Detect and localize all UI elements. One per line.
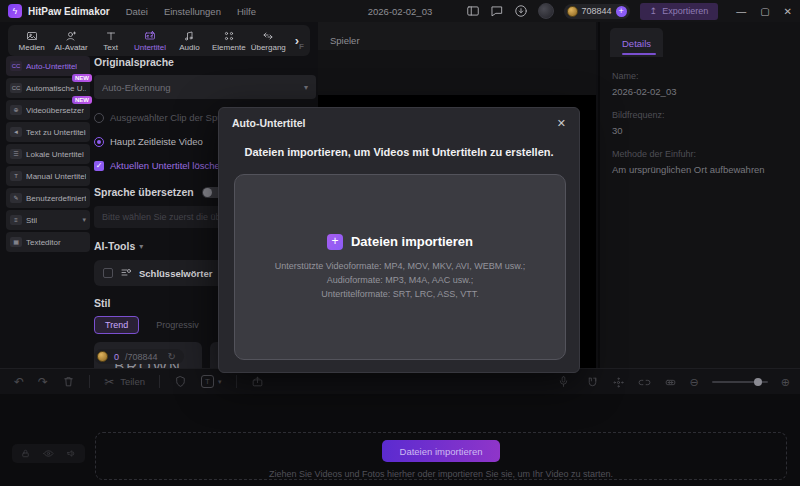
timeline-dropzone[interactable]: Dateien importieren Ziehen Sie Videos un… bbox=[95, 432, 787, 480]
tabstrip-overflow-chevron-icon[interactable]: › F bbox=[288, 33, 306, 48]
export-frame-icon[interactable] bbox=[251, 375, 264, 388]
chevron-down-icon[interactable]: ▾ bbox=[218, 378, 222, 386]
player-header: Spieler bbox=[318, 22, 596, 50]
trash-icon[interactable] bbox=[62, 375, 75, 388]
shield-icon[interactable] bbox=[174, 375, 187, 388]
chevron-down-icon[interactable]: ▾ bbox=[139, 242, 143, 251]
new-badge: NEW bbox=[72, 74, 92, 82]
coin-icon bbox=[97, 351, 108, 362]
menu-hilfe[interactable]: Hilfe bbox=[237, 6, 256, 17]
redo-icon[interactable]: ↷ bbox=[38, 375, 48, 389]
translate-placeholder: Bitte wählen Sie zuerst die übers bbox=[102, 212, 233, 222]
feedback-bubble-icon[interactable] bbox=[490, 4, 504, 18]
ai-tools-label: AI-Tools bbox=[94, 240, 135, 252]
detail-field-name: Name: 2026-02-02_03 bbox=[612, 71, 788, 97]
tab-audio[interactable]: Audio bbox=[170, 30, 209, 52]
timeline-zoom-slider[interactable] bbox=[712, 381, 768, 383]
manual-subtitle-icon: T bbox=[10, 171, 22, 181]
drop-hint-text: Ziehen Sie Videos und Fotos hierher oder… bbox=[269, 469, 613, 479]
split-scissors-icon[interactable]: ✂ bbox=[104, 375, 114, 389]
tab-partial-label: F bbox=[299, 42, 304, 51]
modal-close-icon[interactable]: ✕ bbox=[557, 117, 566, 130]
sidebar-item-videouebersetzer[interactable]: ⊕ Videoübersetzer NEW bbox=[6, 100, 90, 120]
lock-icon[interactable] bbox=[20, 448, 31, 459]
add-credits-icon[interactable]: + bbox=[616, 6, 627, 17]
magnet-snap-icon[interactable] bbox=[586, 376, 599, 389]
speaker-icon[interactable] bbox=[66, 448, 77, 459]
timeline-area: Dateien importieren Ziehen Sie Videos un… bbox=[0, 394, 800, 486]
media-icon bbox=[26, 30, 38, 42]
link-clips-icon[interactable] bbox=[638, 376, 651, 389]
layout-panels-icon[interactable] bbox=[466, 4, 480, 18]
download-icon[interactable] bbox=[514, 4, 528, 18]
close-button[interactable]: ✕ bbox=[784, 6, 792, 17]
style-tab-trend[interactable]: Trend bbox=[94, 316, 139, 334]
fit-timeline-icon[interactable] bbox=[664, 376, 677, 389]
microphone-icon[interactable] bbox=[557, 375, 570, 388]
keywords-checkbox[interactable] bbox=[103, 268, 113, 278]
translator-icon: ⊕ bbox=[10, 105, 22, 115]
tabstrip: Medien AI-Avatar Text Untertitel Audio E… bbox=[8, 25, 310, 56]
modal-import-dropzone[interactable]: + Dateien importieren Unterstützte Video… bbox=[234, 174, 566, 360]
sidebar-item-lokale-untertitel[interactable]: ☰ Lokale Untertitel bbox=[6, 144, 90, 164]
language-select[interactable]: Auto-Erkennung ▾ bbox=[94, 75, 316, 99]
cc-icon: CC bbox=[10, 83, 22, 93]
translate-language-label: Sprache übersetzen bbox=[94, 186, 194, 198]
sidebar-item-benutzerdefiniert[interactable]: ✎ Benutzerdefiniert bbox=[6, 188, 90, 208]
undo-icon[interactable]: ↶ bbox=[14, 375, 24, 389]
import-files-button[interactable]: Dateien importieren bbox=[382, 440, 501, 462]
window-controls: — ▢ ✕ bbox=[736, 6, 792, 17]
language-select-value: Auto-Erkennung bbox=[102, 82, 171, 93]
player-title: Spieler bbox=[330, 35, 360, 46]
audio-formats-line: Audioformate: MP3, M4A, AAC usw.; bbox=[275, 273, 526, 287]
credits-badge[interactable]: 708844 + bbox=[564, 4, 630, 19]
export-icon: ↥ bbox=[650, 6, 658, 16]
tab-details[interactable]: Details bbox=[610, 28, 663, 57]
refresh-icon[interactable]: ↻ bbox=[168, 351, 176, 362]
sidebar-item-stil[interactable]: ≡ Stil ▾ bbox=[6, 210, 90, 230]
menu-einstellungen[interactable]: Einstellungen bbox=[164, 6, 221, 17]
credits-count: 708844 bbox=[582, 6, 612, 16]
sidebar-item-manual-untertitel[interactable]: T Manual Untertitel bbox=[6, 166, 90, 186]
custom-icon: ✎ bbox=[10, 193, 22, 203]
detail-field-framerate: Bildfrequenz: 30 bbox=[612, 110, 788, 136]
text-icon bbox=[105, 30, 117, 42]
tab-text[interactable]: Text bbox=[91, 30, 130, 52]
texteditor-icon: ▦ bbox=[10, 237, 22, 247]
chevron-down-icon: ▾ bbox=[82, 216, 86, 224]
tab-ai-avatar[interactable]: AI-Avatar bbox=[51, 30, 90, 52]
original-language-label: Originalsprache bbox=[94, 56, 316, 68]
minimize-button[interactable]: — bbox=[736, 6, 746, 17]
zoom-out-icon[interactable]: ⊖ bbox=[690, 376, 699, 389]
tab-medien[interactable]: Medien bbox=[12, 30, 51, 52]
titlebar-right: 708844 + ↥ Exportieren — ▢ ✕ bbox=[466, 3, 792, 20]
export-button[interactable]: ↥ Exportieren bbox=[640, 3, 719, 20]
auto-subtitle-modal: Auto-Untertitel ✕ Dateien importieren, u… bbox=[218, 107, 580, 373]
maximize-button[interactable]: ▢ bbox=[760, 6, 769, 17]
menu-datei[interactable]: Datei bbox=[126, 6, 148, 17]
app-logo-icon: ϟ bbox=[8, 4, 22, 18]
zoom-in-icon[interactable]: ⊕ bbox=[781, 376, 790, 389]
user-avatar[interactable] bbox=[538, 3, 554, 19]
sidebar-item-auto-untertitel[interactable]: CC Auto-Untertitel bbox=[6, 56, 90, 76]
tab-elemente[interactable]: Elemente bbox=[209, 30, 248, 52]
sidebar-item-automatische-untertitel[interactable]: CC Automatische U... NEW bbox=[6, 78, 90, 98]
details-fields: Name: 2026-02-02_03 Bildfrequenz: 30 Met… bbox=[600, 57, 800, 175]
tab-uebergang[interactable]: Übergang bbox=[249, 30, 288, 52]
modal-header: Auto-Untertitel ✕ bbox=[219, 108, 579, 138]
zoom-slider-knob[interactable] bbox=[754, 378, 762, 386]
modal-import-label: Dateien importieren bbox=[351, 234, 473, 249]
avatar-icon bbox=[65, 30, 77, 42]
eye-icon[interactable] bbox=[43, 448, 54, 459]
divider bbox=[236, 375, 237, 388]
text-tool-icon[interactable]: T bbox=[201, 375, 214, 388]
style-tab-progressiv[interactable]: Progressiv bbox=[145, 316, 210, 334]
sidebar-item-texteditor[interactable]: ▦ Texteditor bbox=[6, 232, 90, 252]
chevron-down-icon: ▾ bbox=[304, 83, 308, 92]
divider bbox=[159, 375, 160, 388]
credits-counter: 0 /708844 ↻ bbox=[94, 349, 184, 364]
auto-ripple-icon[interactable] bbox=[612, 376, 625, 389]
sidebar-item-text-zu-untertiteln[interactable]: ◄ Text zu Untertiteln bbox=[6, 122, 90, 142]
tab-untertitel[interactable]: Untertitel bbox=[130, 30, 169, 52]
radio-icon bbox=[94, 113, 104, 123]
